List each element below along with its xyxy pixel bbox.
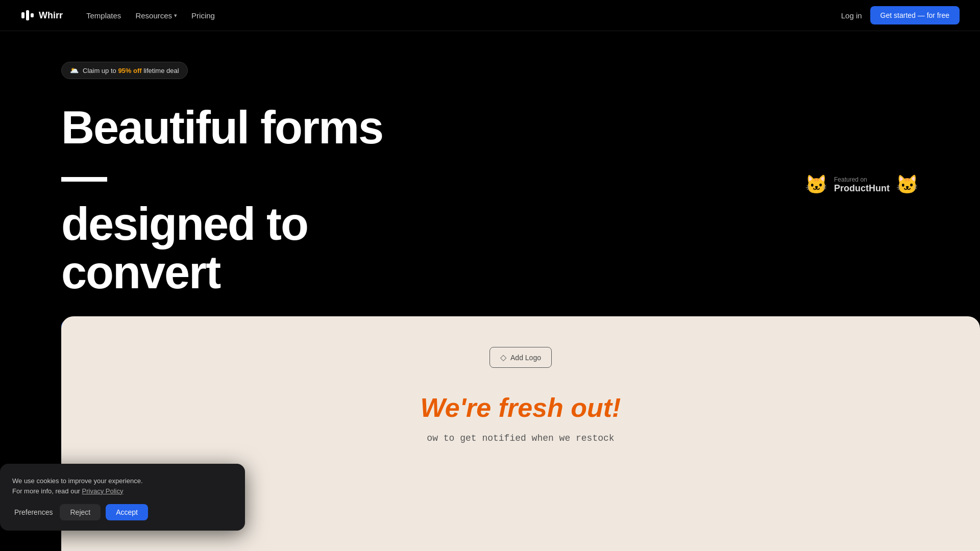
demo-title: We're fresh out! bbox=[421, 392, 621, 423]
product-hunt-badge: 🐱 Featured on ProductHunt 🐱 bbox=[805, 174, 919, 195]
login-link[interactable]: Log in bbox=[841, 11, 862, 20]
chevron-down-icon: ▾ bbox=[174, 12, 177, 19]
product-hunt-icon-right: 🐱 bbox=[896, 174, 919, 195]
nav-link-templates[interactable]: Templates bbox=[81, 8, 126, 23]
logo-text: Whirr bbox=[39, 10, 63, 21]
add-logo-button[interactable]: ◇ Add Logo bbox=[489, 347, 552, 368]
cookie-preferences-button[interactable]: Preferences bbox=[12, 504, 55, 520]
svg-rect-2 bbox=[31, 13, 34, 17]
cookie-text: We use cookies to improve your experienc… bbox=[12, 476, 233, 496]
nav-link-resources[interactable]: Resources ▾ bbox=[130, 8, 182, 23]
product-hunt-text: Featured on ProductHunt bbox=[834, 176, 890, 194]
nav-link-pricing[interactable]: Pricing bbox=[186, 8, 220, 23]
nav-cta-button[interactable]: Get started — for free bbox=[870, 6, 960, 24]
hero-title: Beautiful forms — designed to convert bbox=[61, 104, 419, 296]
nav-links: Templates Resources ▾ Pricing bbox=[81, 8, 220, 23]
logo[interactable]: Whirr bbox=[20, 8, 63, 22]
product-hunt-icon: 🐱 bbox=[805, 174, 828, 195]
navbar: Whirr Templates Resources ▾ Pricing Log … bbox=[0, 0, 980, 31]
promo-badge[interactable]: 🌥️ Claim up to 95% off lifetime deal bbox=[61, 62, 188, 79]
cookie-banner: We use cookies to improve your experienc… bbox=[0, 464, 245, 531]
navbar-right: Log in Get started — for free bbox=[841, 6, 960, 24]
cookie-reject-button[interactable]: Reject bbox=[60, 504, 101, 520]
navbar-left: Whirr Templates Resources ▾ Pricing bbox=[20, 8, 220, 23]
privacy-policy-link[interactable]: Privacy Policy bbox=[82, 487, 124, 495]
promo-highlight: 95% off bbox=[118, 67, 141, 74]
logo-icon bbox=[20, 8, 35, 22]
cookie-actions: Preferences Reject Accept bbox=[12, 504, 233, 520]
svg-rect-0 bbox=[21, 12, 24, 18]
demo-subtitle: ow to get notified when we restock bbox=[427, 433, 614, 443]
cookie-accept-button[interactable]: Accept bbox=[106, 504, 148, 520]
diamond-icon: ◇ bbox=[500, 353, 506, 362]
promo-emoji: 🌥️ bbox=[70, 66, 79, 74]
promo-text: Claim up to 95% off lifetime deal bbox=[83, 67, 179, 74]
svg-rect-1 bbox=[26, 10, 29, 20]
